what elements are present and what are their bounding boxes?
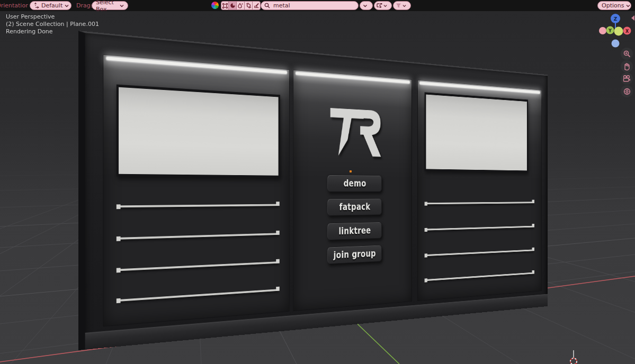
- led-strip: [106, 57, 287, 74]
- breadcrumb: (2) Scene Collection | Plane.001: [6, 21, 99, 28]
- join-group-button[interactable]: join group: [327, 245, 382, 264]
- preview-sphere-toggle[interactable]: [229, 1, 237, 10]
- drag-label: Drag:: [76, 0, 92, 11]
- object-origin-dot: [350, 170, 352, 172]
- zoom-button[interactable]: [621, 48, 633, 60]
- gizmo-neg-y-ball: [614, 27, 623, 36]
- chevron-down-icon: [626, 4, 630, 7]
- frame-region-toggle[interactable]: [221, 1, 229, 10]
- chevron-down-icon: [383, 4, 387, 7]
- paint-toggle[interactable]: [253, 1, 261, 10]
- gizmo-neg-x-ball: [599, 27, 606, 34]
- world-toggle[interactable]: [245, 1, 253, 10]
- ortho-grid-button[interactable]: [621, 85, 633, 97]
- display-wall: TR demo fatpack linktree join group: [78, 31, 635, 350]
- options-dropdown[interactable]: Options: [597, 1, 631, 10]
- search-icon: [264, 3, 270, 8]
- clothing-rail: [425, 226, 534, 231]
- clothing-rail: [118, 261, 279, 271]
- demo-button[interactable]: demo: [327, 175, 382, 192]
- display-wall-backdrop: TR demo fatpack linktree join group: [78, 31, 548, 350]
- search-input[interactable]: [272, 2, 343, 10]
- chevron-down-icon: [65, 4, 69, 7]
- chevron-down-icon: [403, 4, 406, 7]
- camera-view-button[interactable]: [621, 72, 633, 85]
- dropdown-chevron-button[interactable]: [360, 1, 373, 10]
- tree-list-icon: [377, 3, 382, 8]
- filter-funnel-icon: [396, 3, 401, 8]
- tr-logo-label: TR: [293, 70, 294, 71]
- pan-hand-button[interactable]: [621, 60, 633, 72]
- drag-mode-value: Select Box: [96, 0, 118, 13]
- search-field[interactable]: [261, 1, 359, 10]
- clothing-rail: [118, 204, 279, 208]
- render-status: Rendering Done: [6, 28, 99, 35]
- orientation-value: Default: [41, 2, 62, 9]
- led-strip: [419, 81, 540, 94]
- tr-logo: [326, 103, 383, 162]
- clothing-rail: [425, 272, 534, 281]
- navigation-gizmo[interactable]: Y X Z: [597, 12, 635, 50]
- region-collapse-arrow[interactable]: [631, 15, 634, 21]
- orientation-icon: [34, 3, 39, 8]
- display-mode-toggle-group: [221, 1, 261, 10]
- drag-mode-dropdown[interactable]: Select Box: [92, 1, 128, 10]
- linktree-button[interactable]: linktree: [327, 222, 382, 240]
- display-screen-left: [117, 85, 280, 178]
- filter-button[interactable]: [393, 1, 411, 10]
- transform-orientation-dropdown[interactable]: Default: [30, 1, 71, 10]
- droplet-toggle[interactable]: [237, 1, 245, 10]
- fatpack-button[interactable]: fatpack: [327, 198, 382, 216]
- wall-panel-right: [417, 80, 542, 301]
- viewport-header: Orientation: Default Drag: Select Box: [0, 0, 635, 11]
- clothing-rail: [118, 233, 279, 240]
- clothing-rail: [425, 202, 534, 204]
- view-perspective-label: User Perspective: [6, 13, 99, 21]
- wall-panel-middle: TR demo fatpack linktree join group: [293, 70, 412, 311]
- orientation-label: Orientation:: [0, 0, 28, 11]
- led-strip: [296, 72, 409, 84]
- options-label: Options: [602, 2, 624, 9]
- blender-3d-viewport[interactable]: TR demo fatpack linktree join group: [0, 0, 635, 364]
- material-sphere-icon: [211, 2, 219, 9]
- clothing-rail: [118, 289, 279, 302]
- viewport-overlay-text: User Perspective (2) Scene Collection | …: [6, 13, 99, 35]
- gizmo-neg-z-ball: [612, 40, 620, 48]
- clothing-rail: [425, 249, 534, 256]
- 3d-cursor: [566, 350, 582, 364]
- chevron-down-icon: [120, 4, 124, 7]
- svg-text:X: X: [625, 29, 629, 34]
- wall-panel-left: [103, 54, 289, 326]
- display-screen-right: [425, 92, 529, 172]
- svg-text:Z: Z: [614, 16, 618, 22]
- chevron-down-icon: [363, 4, 368, 7]
- svg-text:Y: Y: [608, 29, 612, 33]
- display-tree-button[interactable]: [374, 1, 392, 10]
